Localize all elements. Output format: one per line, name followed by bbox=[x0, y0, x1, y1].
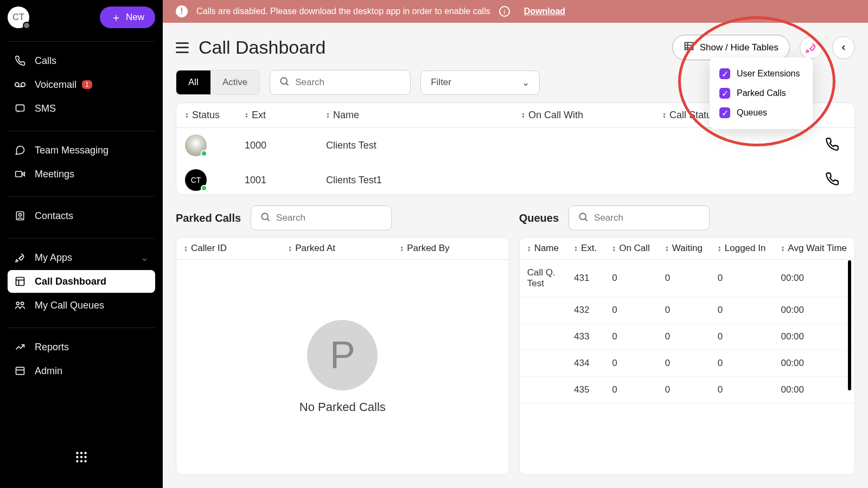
col-q-name[interactable]: ▲▼Name bbox=[520, 237, 566, 260]
svg-point-19 bbox=[80, 456, 82, 458]
popover-option-user-extensions[interactable]: ✓ User Extensions bbox=[718, 64, 804, 84]
empty-icon: P bbox=[307, 320, 378, 390]
dashboard-icon bbox=[14, 275, 26, 287]
cell-logged_in: 0 bbox=[710, 297, 774, 324]
sidebar-item-sms[interactable]: SMS bbox=[8, 97, 155, 120]
svg-rect-4 bbox=[16, 171, 22, 177]
menu-toggle-icon[interactable] bbox=[176, 42, 189, 53]
sidebar-item-calls[interactable]: Calls bbox=[8, 49, 155, 72]
table-row[interactable]: 43300000:00 bbox=[520, 324, 854, 350]
sidebar-item-my-call-queues[interactable]: My Call Queues bbox=[8, 294, 155, 317]
popover-option-queues[interactable]: ✓ Queues bbox=[718, 103, 804, 123]
sort-icon: ▲▼ bbox=[184, 246, 188, 252]
sidebar-item-label: Call Dashboard bbox=[35, 276, 106, 287]
queues-search[interactable] bbox=[569, 206, 710, 230]
col-parked-at[interactable]: ▲▼Parked At bbox=[280, 237, 392, 260]
checkbox-checked-icon: ✓ bbox=[719, 88, 730, 99]
table-row[interactable]: CT 1001 Clients Test1 bbox=[176, 163, 854, 195]
sidebar-item-label: Meetings bbox=[35, 169, 74, 180]
sort-icon: ▲▼ bbox=[185, 112, 189, 119]
launch-button[interactable] bbox=[800, 36, 822, 59]
table-row[interactable]: Call Q. Test43100000:00 bbox=[520, 260, 854, 297]
parked-search[interactable] bbox=[251, 206, 392, 230]
chart-icon bbox=[14, 341, 26, 353]
col-on-call-with[interactable]: ▲▼On Call With bbox=[513, 103, 654, 128]
new-button[interactable]: ＋ New bbox=[100, 7, 155, 28]
show-hide-popover: ✓ User Extensions ✓ Parked Calls ✓ Queue… bbox=[710, 57, 813, 129]
sidebar-item-meetings[interactable]: Meetings bbox=[8, 163, 155, 185]
extensions-search[interactable] bbox=[270, 70, 411, 95]
col-parked-by[interactable]: ▲▼Parked By bbox=[392, 237, 508, 260]
col-q-waiting[interactable]: ▲▼Waiting bbox=[658, 237, 710, 260]
extensions-search-input[interactable] bbox=[295, 77, 401, 88]
sidebar-item-my-apps[interactable]: My Apps ⌄ bbox=[8, 246, 155, 269]
tab-active[interactable]: Active bbox=[210, 70, 259, 94]
panel-title: Queues bbox=[519, 212, 559, 224]
status-online-icon bbox=[201, 150, 207, 157]
sort-icon: ▲▼ bbox=[400, 246, 404, 252]
svg-rect-8 bbox=[16, 278, 24, 286]
phone-icon bbox=[14, 55, 26, 67]
cell-name: Clients Test bbox=[317, 128, 513, 163]
svg-point-21 bbox=[76, 460, 78, 462]
sort-icon: ▲▼ bbox=[718, 246, 722, 252]
table-row[interactable]: 1000 Clients Test bbox=[176, 128, 854, 163]
empty-text: No Parked Calls bbox=[299, 400, 386, 414]
tab-pill: All Active bbox=[176, 70, 260, 95]
cell-on_call: 0 bbox=[604, 324, 658, 350]
rocket-icon bbox=[14, 252, 26, 264]
sidebar-item-contacts[interactable]: Contacts bbox=[8, 204, 155, 227]
download-link[interactable]: Download bbox=[524, 7, 565, 16]
popover-option-parked-calls[interactable]: ✓ Parked Calls bbox=[718, 84, 804, 103]
col-q-avg[interactable]: ▲▼Avg Wait Time bbox=[773, 237, 854, 260]
table-row[interactable]: 43500000:00 bbox=[520, 377, 854, 403]
table-row[interactable]: 43400000:00 bbox=[520, 350, 854, 377]
svg-point-1 bbox=[21, 82, 25, 86]
sidebar-item-team-messaging[interactable]: Team Messaging bbox=[8, 139, 155, 162]
sort-icon: ▲▼ bbox=[527, 246, 531, 252]
queues-search-input[interactable] bbox=[594, 213, 700, 223]
chevron-down-icon: ⌄ bbox=[522, 77, 529, 88]
filter-dropdown[interactable]: Filter ⌄ bbox=[420, 70, 540, 95]
table-row[interactable]: 43200000:00 bbox=[520, 297, 854, 324]
cell-waiting: 0 bbox=[658, 297, 710, 324]
user-avatar[interactable]: CT bbox=[8, 7, 29, 28]
col-ext[interactable]: ▲▼Ext bbox=[236, 103, 317, 128]
sidebar-item-call-dashboard[interactable]: Call Dashboard bbox=[8, 270, 155, 293]
sidebar-item-reports[interactable]: Reports bbox=[8, 336, 155, 358]
cell-name bbox=[520, 350, 566, 377]
sort-icon: ▲▼ bbox=[574, 246, 578, 252]
sidebar-item-voicemail[interactable]: Voicemail 1 bbox=[8, 73, 155, 96]
admin-icon bbox=[14, 365, 26, 377]
col-status[interactable]: ▲▼Status bbox=[176, 103, 236, 128]
avatar bbox=[185, 134, 207, 156]
call-icon[interactable] bbox=[825, 177, 839, 188]
sidebar-item-label: Admin bbox=[35, 365, 62, 377]
cell-avg: 00:00 bbox=[773, 297, 854, 324]
plus-icon: ＋ bbox=[111, 12, 122, 23]
cell-avg: 00:00 bbox=[773, 350, 854, 377]
col-name[interactable]: ▲▼Name bbox=[317, 103, 513, 128]
cell-waiting: 0 bbox=[658, 260, 710, 297]
checkbox-checked-icon: ✓ bbox=[719, 68, 730, 79]
parked-search-input[interactable] bbox=[276, 213, 382, 223]
info-icon[interactable]: i bbox=[499, 6, 510, 17]
search-icon bbox=[260, 211, 271, 224]
col-caller-id[interactable]: ▲▼Caller ID bbox=[176, 237, 280, 260]
col-q-ext[interactable]: ▲▼Ext. bbox=[566, 237, 604, 260]
panel-title: Parked Calls bbox=[176, 212, 241, 224]
col-q-loggedin[interactable]: ▲▼Logged In bbox=[710, 237, 774, 260]
show-hide-tables-button[interactable]: Show / Hide Tables bbox=[672, 35, 790, 60]
new-button-label: New bbox=[126, 12, 144, 23]
user-initials: CT bbox=[12, 12, 24, 22]
collapse-button[interactable] bbox=[832, 36, 855, 59]
tab-all[interactable]: All bbox=[176, 70, 210, 94]
col-q-oncall[interactable]: ▲▼On Call bbox=[604, 237, 658, 260]
popover-label: Parked Calls bbox=[737, 88, 786, 98]
cell-avg: 00:00 bbox=[773, 260, 854, 297]
scrollbar[interactable] bbox=[848, 260, 851, 390]
sidebar-item-admin[interactable]: Admin bbox=[8, 359, 155, 382]
dialpad-button[interactable] bbox=[74, 450, 88, 466]
call-icon[interactable] bbox=[825, 143, 839, 153]
cell-avg: 00:00 bbox=[773, 377, 854, 403]
